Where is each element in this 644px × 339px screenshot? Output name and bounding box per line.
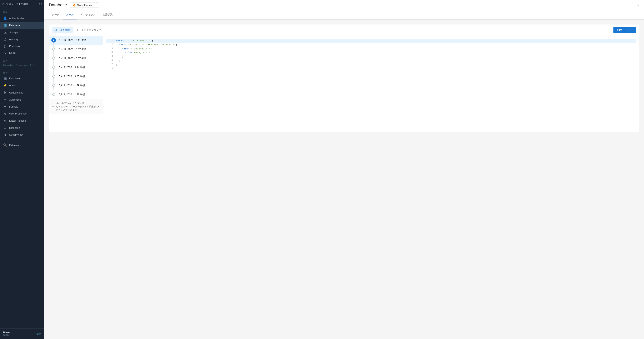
sidebar-item-retention[interactable]: ⏱ Retention [0, 124, 44, 131]
code-text: match /{document=**} { [116, 47, 155, 51]
history-item-2[interactable]: 5月 12, 2020・3:07 午後 [49, 45, 103, 54]
line-number: 8 [106, 67, 113, 71]
sidebar-item-label: ML Kit [9, 52, 16, 55]
sidebar-item-storage[interactable]: ☁ Storage [0, 29, 44, 36]
line-number: 1 [106, 39, 113, 43]
sidebar-item-label: Retention [9, 126, 20, 129]
sidebar-item-dashboard[interactable]: ▦ Dashboard [0, 75, 44, 82]
sidebar-item-label: Storage [9, 31, 18, 34]
sidebar-item-user-properties[interactable]: ⊛ User Properties [0, 110, 44, 117]
main-content: Database 🔥 Cloud Firestore ▾ ? データ ルール イ… [44, 0, 644, 339]
retention-icon: ⏱ [3, 126, 7, 130]
code-line-5: 5 } [106, 55, 636, 59]
sidebar-item-functions[interactable]: {;} Functions [0, 43, 44, 50]
sidebar-item-label: Conversions [9, 91, 23, 94]
main-header: Database 🔥 Cloud Firestore ▾ ? [44, 0, 644, 10]
tab-usage[interactable]: 使用状況 [100, 10, 116, 20]
home-icon[interactable]: ⌂ [2, 2, 4, 6]
playground-panel: ≡ ルール プレイグラウンド セキュリティ ルールのテストや調査を行うことができ… [49, 99, 103, 114]
db-selector[interactable]: 🔥 Cloud Firestore ▾ [70, 2, 99, 8]
playground-toggle-icon[interactable]: ∧ [97, 105, 100, 109]
change-plan-button[interactable]: 変更 [36, 332, 41, 335]
sidebar-item-extensions[interactable]: 🔌 Extensions [0, 142, 44, 149]
sidebar-item-events[interactable]: ⚡ Events [0, 82, 44, 89]
sidebar-item-label: Functions [9, 45, 20, 48]
code-content[interactable]: 1 service cloud.firestore { 2 match /dat… [103, 36, 639, 74]
history-timestamp: 5月 12, 2020・3:07 午後 [59, 57, 86, 60]
code-line-6: 6 } [106, 59, 636, 63]
content-area: ルールを編集 ルールをモニタリング 開発とテスト ★ 5月 12, 2020・3… [44, 20, 644, 339]
sidebar-item-database[interactable]: ▦ Database [0, 22, 44, 29]
timeline-dot [52, 84, 55, 87]
tab-indexes[interactable]: インデックス [78, 10, 99, 20]
rules-body: ★ 5月 12, 2020・3:11 午後 5月 12, 2020・3:07 午… [49, 36, 639, 132]
code-text: service cloud.firestore { [116, 39, 154, 43]
code-text: allow read, write; [116, 51, 152, 55]
history-item-1[interactable]: ★ 5月 12, 2020・3:11 午後 [49, 36, 103, 45]
db-selector-label: Cloud Firestore [77, 4, 94, 7]
sidebar-item-hosting[interactable]: ⬡ Hosting [0, 36, 44, 43]
user-properties-icon: ⊛ [3, 112, 7, 115]
history-item-6[interactable]: 5月 9, 2020・1:59 午後 [49, 81, 103, 90]
sidebar-item-label: Events [9, 84, 17, 87]
code-text: } [116, 55, 124, 59]
sidebar-item-label: Extensions [9, 144, 22, 147]
code-text: match /databases/{database}/documents { [116, 43, 178, 47]
sidebar-item-mlkit[interactable]: ∿ ML Kit [0, 50, 44, 57]
history-timestamp: 5月 9, 2020・9:34 午後 [59, 66, 85, 69]
help-icon[interactable]: ? [637, 3, 640, 7]
auth-icon: 👤 [3, 16, 7, 20]
dev-test-button[interactable]: 開発とテスト [614, 27, 636, 33]
star-badge: ★ [51, 38, 56, 43]
funnels-icon: ⫩ [3, 105, 7, 108]
events-icon: ⚡ [3, 84, 7, 87]
history-panel: ★ 5月 12, 2020・3:11 午後 5月 12, 2020・3:07 午… [49, 36, 103, 132]
tab-data[interactable]: データ [49, 10, 62, 20]
code-line-4: 4 allow read, write; [106, 51, 636, 55]
sidebar-item-label: Database [9, 24, 20, 27]
timeline-dot [52, 48, 55, 51]
rules-monitor-tab[interactable]: ルールをモニタリング [73, 27, 104, 33]
sidebar-item-authentication[interactable]: 👤 Authentication [0, 15, 44, 22]
tab-rules[interactable]: ルール [63, 10, 77, 20]
timeline-dot [52, 57, 55, 60]
playground-title: ルール プレイグラウンド [56, 102, 95, 105]
mlkit-icon: ∿ [3, 51, 7, 55]
chevron-down-icon: ▾ [96, 4, 97, 6]
sidebar-item-conversions[interactable]: ⚑ Conversions [0, 89, 44, 96]
history-item-4[interactable]: 5月 9, 2020・9:34 午後 [49, 63, 103, 72]
rules-edit-tab[interactable]: ルールを編集 [52, 27, 73, 33]
line-number: 6 [106, 59, 113, 63]
sidebar-item-streamview[interactable]: ◑ StreamView [0, 131, 44, 138]
plan-name: Blaze [3, 331, 10, 334]
history-timestamp: 5月 9, 2020・1:58 午後 [59, 93, 85, 96]
history-item-7[interactable]: 5月 9, 2020・1:58 午後 [49, 90, 103, 99]
sidebar-item-audiences[interactable]: ≡ Audiences [0, 96, 44, 103]
settings-icon[interactable]: ⚙ [39, 2, 42, 6]
history-timestamp: 5月 12, 2020・3:11 午後 [59, 39, 86, 42]
sidebar: ⌂ プロジェクトの概要 ⚙ 開発 👤 Authentication ▦ Data… [0, 0, 44, 339]
quality-section-label: 品質 [0, 57, 44, 63]
storage-icon: ☁ [3, 31, 7, 34]
sidebar-item-latest-release[interactable]: ⊕ Latest Release [0, 117, 44, 124]
history-timestamp: 5月 9, 2020・1:59 午後 [59, 84, 85, 87]
history-timestamp: 5月 12, 2020・3:07 午後 [59, 48, 86, 51]
streamview-icon: ◑ [3, 133, 7, 137]
hosting-icon: ⬡ [3, 38, 7, 41]
code-line-7: 7 } [106, 63, 636, 67]
code-panel: 1 service cloud.firestore { 2 match /dat… [103, 36, 639, 132]
sidebar-item-label: Audiences [9, 98, 21, 101]
sidebar-item-funnels[interactable]: ⫩ Funnels [0, 103, 44, 110]
line-number: 7 [106, 63, 113, 67]
dashboard-icon: ▦ [3, 77, 7, 80]
code-line-1: 1 service cloud.firestore { [106, 39, 636, 43]
history-item-3[interactable]: 5月 12, 2020・3:07 午後 [49, 54, 103, 63]
project-name: プロジェクトの概要 [6, 2, 39, 6]
history-item-5[interactable]: 5月 9, 2020・9:25 午後 [49, 72, 103, 81]
history-timestamp: 5月 9, 2020・9:25 午後 [59, 75, 85, 78]
functions-icon: {;} [3, 45, 7, 48]
dev-section-label: 開発 [0, 8, 44, 15]
plan-type: 従量制 [3, 334, 10, 337]
sidebar-item-label: StreamView [9, 133, 23, 136]
code-line-8: 8 [106, 67, 636, 71]
